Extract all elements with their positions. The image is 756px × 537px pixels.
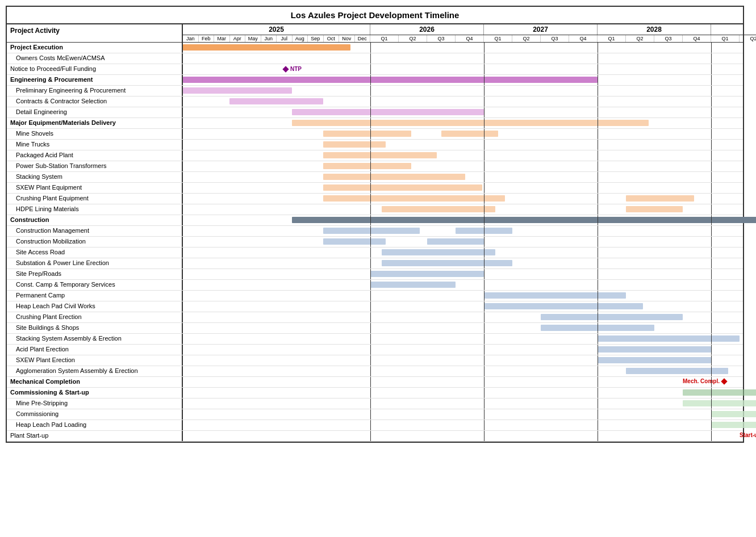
bar-construction-bar <box>292 217 756 223</box>
bar-agglom <box>183 366 743 376</box>
label-perm-camp: Permanent Camp <box>7 291 183 301</box>
bar-camp-temp <box>183 280 743 290</box>
bar-stacking-assem-bar <box>598 335 740 342</box>
bar-pe-1 <box>183 44 350 51</box>
row-site-prep: Site Prep/Roads <box>7 269 743 280</box>
year-2029: 2029 <box>711 24 756 35</box>
row-eng-proc: Engineering & Procurement <box>7 75 743 86</box>
milestone-startup-label: Start-up <box>740 432 756 438</box>
month-jul: Jul <box>277 35 293 42</box>
row-substation: Substation & Power Line Erection <box>7 258 743 269</box>
bar-mine-shovels-bar <box>323 131 411 137</box>
bar-heap-leach-bar <box>484 303 643 309</box>
label-mine-shovels: Mine Shovels <box>7 129 183 139</box>
bar-acid-erect <box>183 345 743 355</box>
bar-hdpe-bar <box>382 206 495 212</box>
bar-crushing-erect-bar <box>541 314 683 320</box>
q3-2028: Q3 <box>654 35 683 42</box>
bar-const-mob-bar2 <box>427 238 484 245</box>
label-hlp-loading: Heap Leach Pad Loading <box>7 420 183 430</box>
bar-stacking-bar <box>323 174 465 180</box>
row-comm-activity: Commissioning <box>7 409 743 420</box>
bar-mine-trucks-bar <box>323 141 386 148</box>
label-mine-trucks: Mine Trucks <box>7 140 183 150</box>
milestone-ntp-label: NTP <box>290 66 302 72</box>
row-hdpe: HDPE Lining Materials <box>7 204 743 215</box>
bar-engproc <box>183 77 598 83</box>
label-const-mgmt: Construction Management <box>7 226 183 236</box>
row-const-mgmt: Construction Management <box>7 226 743 237</box>
bar-perm-camp <box>183 291 743 301</box>
row-contracts: Contracts & Contractor Selection <box>7 97 743 107</box>
bar-agglom-bar <box>626 368 728 374</box>
bar-comm-activity <box>183 409 743 419</box>
q2-2029: Q2 <box>740 35 756 42</box>
bar-mine-shovels-bar2 <box>441 131 498 137</box>
bar-hlp-loading <box>183 420 743 430</box>
month-mar: Mar <box>214 35 230 42</box>
label-hdpe: HDPE Lining Materials <box>7 204 183 215</box>
row-plant-startup: Plant Start-up Start-up <box>7 431 743 442</box>
bar-power-sub-bar <box>323 163 411 169</box>
bar-site-prep <box>183 269 743 279</box>
label-construction: Construction <box>7 215 183 225</box>
bar-commissioning <box>183 388 743 398</box>
gantt-chart: Los Azules Project Development Timeline … <box>6 6 744 443</box>
row-mine-pre-strip: Mine Pre-Stripping <box>7 398 743 409</box>
label-major-equip: Major Equipment/Materials Delivery <box>7 118 183 128</box>
label-contracts: Contracts & Contractor Selection <box>7 97 183 107</box>
q2-2027: Q2 <box>512 35 541 42</box>
bar-camp-temp-bar <box>370 282 456 288</box>
row-camp-temp: Const. Camp & Temporary Services <box>7 280 743 291</box>
label-detail-eng: Detail Engineering <box>7 107 183 118</box>
row-commissioning: Commissioning & Start-up <box>7 388 743 398</box>
month-aug: Aug <box>293 35 308 42</box>
row-mine-shovels: Mine Shovels <box>7 129 743 140</box>
bar-prelim-eng <box>183 86 743 96</box>
year-2028: 2028 <box>598 24 711 35</box>
label-camp-temp: Const. Camp & Temporary Services <box>7 280 183 290</box>
year-2027: 2027 <box>484 24 598 35</box>
label-owners-costs: Owners Costs McEwen/ACMSA <box>7 53 183 64</box>
activity-column-header: Project Activity <box>7 24 183 42</box>
month-sep: Sep <box>308 35 324 42</box>
bar-perm-camp-bar <box>484 292 626 299</box>
row-agglom: Agglomeration System Assembly & Erection <box>7 366 743 377</box>
row-owners-costs: Owners Costs McEwen/ACMSA <box>7 53 743 64</box>
year-2025: 2025 <box>183 24 370 35</box>
row-stacking-assem: Stacking System Assembly & Erection <box>7 334 743 345</box>
row-hlp-loading: Heap Leach Pad Loading <box>7 420 743 431</box>
row-ntp: Notice to Proceed/Full Funding NTP <box>7 64 743 75</box>
bar-eng-proc <box>183 75 743 85</box>
bar-site-bldgs <box>183 323 743 333</box>
bar-const-mob <box>183 237 743 247</box>
chart-body: Project Execution Owners Costs McEwen/AC… <box>7 43 743 442</box>
label-stacking-assem: Stacking System Assembly & Erection <box>7 334 183 344</box>
month-may: May <box>245 35 261 42</box>
bar-acid-erect-bar <box>598 346 711 353</box>
bar-crushing-equip <box>183 194 743 204</box>
bar-sxew-erect-bar <box>598 357 711 363</box>
row-construction: Construction <box>7 215 743 226</box>
label-eng-proc: Engineering & Procurement <box>7 75 183 85</box>
month-jan: Jan <box>183 35 199 42</box>
bar-power-sub <box>183 161 743 171</box>
label-site-access: Site Access Road <box>7 247 183 258</box>
label-commissioning: Commissioning & Start-up <box>7 388 183 398</box>
row-site-bldgs: Site Buildings & Shops <box>7 323 743 334</box>
row-sxew-equip: SXEW Plant Equipment <box>7 183 743 194</box>
row-mech-compl: Mechanical Completion Mech. Compl. <box>7 377 743 388</box>
bar-const-mob-bar <box>323 238 386 245</box>
row-project-execution: Project Execution <box>7 43 743 53</box>
bar-construction <box>183 215 743 225</box>
label-project-execution: Project Execution <box>7 43 183 53</box>
label-acid-plant: Packaged Acid Plant <box>7 150 183 161</box>
label-site-prep: Site Prep/Roads <box>7 269 183 279</box>
month-quarter-row: Jan Feb Mar Apr May Jun Jul Aug Sep Oct … <box>183 35 756 42</box>
bar-const-mgmt-bar <box>323 228 420 234</box>
row-heap-leach: Heap Leach Pad Civil Works <box>7 301 743 312</box>
month-oct: Oct <box>324 35 340 42</box>
diamond-mech-compl <box>721 378 727 384</box>
q4-2027: Q4 <box>569 35 598 42</box>
bar-contracts <box>183 97 743 107</box>
